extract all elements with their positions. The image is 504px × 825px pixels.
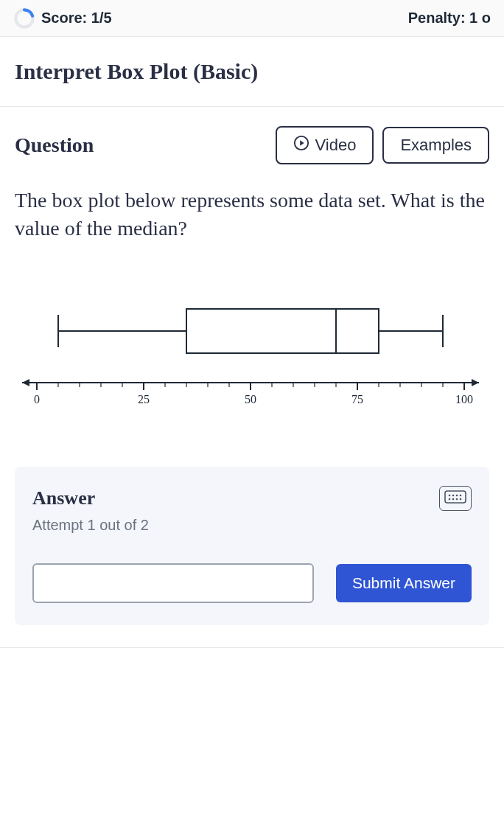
score-wrap: Score: 1/5 [13,7,112,29]
progress-ring-icon [13,7,35,29]
svg-text:0: 0 [34,393,40,405]
attempt-text: Attempt 1 out of 2 [32,517,472,534]
svg-rect-34 [186,309,379,353]
footer-divider [0,647,504,692]
svg-text:75: 75 [351,393,363,405]
answer-heading: Answer [32,487,95,509]
svg-point-43 [456,498,458,500]
svg-point-44 [460,498,462,500]
title-section: Interpret Box Plot (Basic) [0,37,504,107]
svg-point-41 [449,498,451,500]
keypad-button[interactable] [439,486,472,511]
topbar: Score: 1/5 Penalty: 1 o [0,0,504,37]
answer-row: Submit Answer [32,563,472,603]
answer-input[interactable] [32,563,314,603]
penalty-label: Penalty: 1 o [408,10,491,27]
question-heading: Question [15,133,267,157]
video-button-label: Video [315,136,357,155]
play-icon [293,135,309,156]
svg-point-39 [456,494,458,496]
svg-text:50: 50 [245,393,256,405]
answer-header: Answer [32,486,472,511]
question-prompt: The box plot below represents some data … [0,172,504,250]
examples-button-label: Examples [400,136,472,155]
question-header: Question Video Examples [0,107,504,172]
score-label: Score: 1/5 [41,10,112,27]
svg-text:25: 25 [138,393,150,405]
submit-button-label: Submit Answer [352,574,455,591]
svg-point-38 [452,494,455,496]
svg-point-42 [452,498,455,500]
video-button[interactable]: Video [276,126,374,164]
answer-card: Answer Attempt 1 out of 2 Submit An [15,467,489,625]
page-title: Interpret Box Plot (Basic) [15,59,489,84]
submit-button[interactable]: Submit Answer [336,564,472,602]
svg-rect-36 [445,491,466,503]
keyboard-icon [444,490,466,507]
examples-button[interactable]: Examples [382,127,489,164]
svg-point-40 [460,494,462,496]
boxplot-chart: 0255075100 [0,250,504,445]
svg-point-37 [449,494,451,496]
svg-text:100: 100 [455,393,473,405]
